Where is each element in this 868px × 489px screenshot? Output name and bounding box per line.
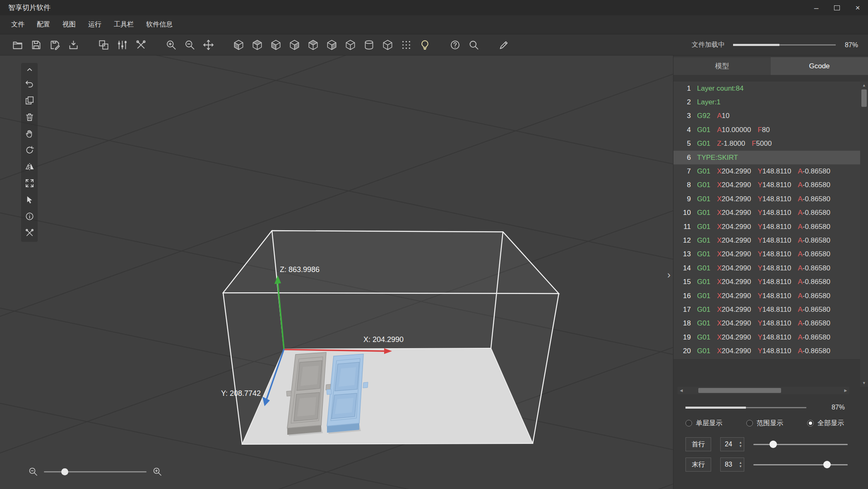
radio-range[interactable]: 范围显示 [746,419,783,428]
open-file-button[interactable] [10,37,25,52]
view-points-button[interactable] [399,37,414,52]
zoom-out-button[interactable] [182,37,197,52]
gcode-line-14[interactable]: 14G01X204.2990Y148.8110A-0.86580 [673,261,861,275]
3d-scene[interactable]: Z: 863.9986 X: 204.2990 Y: 208.7742 [0,55,673,489]
import-file-button[interactable] [66,37,81,52]
scroll-up-button[interactable] [21,64,38,75]
mirror-tool-button[interactable] [21,158,38,175]
duplicate-model-button[interactable] [21,92,38,108]
model-info-button[interactable] [21,208,38,224]
scroll-up-icon[interactable]: ▲ [860,82,868,89]
first-line-slider[interactable] [753,437,848,452]
close-button[interactable]: × [847,0,868,15]
delete-model-button[interactable] [21,108,38,125]
zoom-slider-track[interactable] [44,471,147,472]
gcode-line-1[interactable]: 1Layer count:84 [673,82,861,95]
titlebar[interactable]: 智享切片软件 – × [0,0,868,15]
scroll-right-icon[interactable]: ▶ [842,387,849,394]
scroll-down-icon[interactable]: ▼ [860,380,868,386]
undo-button[interactable] [21,75,38,92]
zoom-in-button[interactable] [164,37,178,52]
rotate-tool-button[interactable] [21,142,38,158]
view-right-button[interactable] [287,37,302,52]
gcode-horizontal-scrollbar[interactable]: ◀ ▶ [678,387,849,394]
first-line-button[interactable]: 首行 [685,437,711,451]
pan-tool-button[interactable] [21,125,38,142]
gcode-progress-track[interactable] [685,407,806,408]
clone-model-button[interactable] [96,37,111,52]
annotate-pen-button[interactable] [496,37,511,52]
gcode-line-4[interactable]: 4G01A10.00000F80 [673,123,861,137]
gcode-line-11[interactable]: 11G01X204.2990Y148.8110A-0.86580 [673,220,861,234]
loading-progress-fill [733,44,779,46]
zoom-in-icon[interactable] [152,467,162,477]
menu-item-toolbar[interactable]: 工具栏 [108,15,140,34]
radio-all[interactable]: 全部显示 [807,419,844,428]
zoom-slider-handle[interactable] [61,468,68,475]
gcode-line-18[interactable]: 18G01X204.2990Y148.8110A-0.86580 [673,317,861,330]
last-line-spinbox[interactable]: 83 ▴▾ [720,458,744,472]
spin-down-icon[interactable]: ▾ [740,444,742,448]
last-line-button[interactable]: 末行 [685,458,711,472]
gcode-line-2[interactable]: 2Layer:1 [673,95,861,109]
select-tool-button[interactable] [21,191,38,208]
view-front-button[interactable] [231,37,246,52]
gcode-line-15[interactable]: 15G01X204.2990Y148.8110A-0.86580 [673,275,861,289]
radio-single-layer[interactable]: 单层显示 [685,419,722,428]
view-bottom-button[interactable] [324,37,339,52]
pan-view-button[interactable] [201,37,216,52]
gcode-line-9[interactable]: 9G01X204.2990Y148.8110A-0.86580 [673,192,861,206]
view-left-button[interactable] [268,37,283,52]
gcode-line-12[interactable]: 12G01X204.2990Y148.8110A-0.86580 [673,234,861,247]
search-button[interactable] [466,37,481,52]
gcode-line-8[interactable]: 8G01X204.2990Y148.8110A-0.86580 [673,178,861,192]
menu-item-file[interactable]: 文件 [5,15,31,34]
menu-item-config[interactable]: 配置 [31,15,56,34]
vertical-scroll-thumb[interactable] [861,89,867,107]
repair-model-button[interactable] [21,224,38,241]
gcode-line-number: 19 [677,333,691,342]
tab-model[interactable]: 模型 [673,57,771,75]
first-line-spinbox[interactable]: 24 ▴▾ [720,437,744,451]
save-file-button[interactable] [29,37,43,52]
gcode-line-6[interactable]: 6TYPE:SKIRT [673,151,861,164]
viewport-3d[interactable]: Z: 863.9986 X: 204.2990 Y: 208.7742 › [0,55,673,489]
help-button[interactable] [447,37,462,52]
minimize-button[interactable]: – [806,0,827,15]
gcode-line-5[interactable]: 5G01Z-1.8000F5000 [673,137,861,151]
menu-item-software-info[interactable]: 软件信息 [140,15,179,34]
panel-collapse-handle[interactable]: › [666,267,672,283]
last-line-slider[interactable] [753,457,848,472]
gcode-line-13[interactable]: 13G01X204.2990Y148.8110A-0.86580 [673,248,861,261]
zoom-out-icon[interactable] [28,467,38,477]
panel-tabs: 模型 Gcode [673,57,868,75]
gcode-line-3[interactable]: 3G92A10 [673,109,861,123]
machine-setup-button[interactable] [133,37,148,52]
gcode-line-16[interactable]: 16G01X204.2990Y148.8110A-0.86580 [673,289,861,303]
first-line-slider-handle[interactable] [769,441,777,448]
toggle-light-button[interactable] [417,37,432,52]
gcode-line-19[interactable]: 19G01X204.2990Y148.8110A-0.86580 [673,330,861,344]
gcode-line-17[interactable]: 17G01X204.2990Y148.8110A-0.86580 [673,303,861,316]
parameter-settings-button[interactable] [115,37,130,52]
view-cylinder-button[interactable] [361,37,376,52]
gcode-line-20[interactable]: 20G01X204.2990Y148.8110A-0.86580 [673,344,861,358]
gcode-line-number: 20 [677,347,691,355]
gcode-line-7[interactable]: 7G01X204.2990Y148.8110A-0.86580 [673,164,861,178]
menu-item-view[interactable]: 视图 [56,15,82,34]
view-iso-button[interactable] [343,37,358,52]
gcode-line-10[interactable]: 10G01X204.2990Y148.8110A-0.86580 [673,206,861,220]
export-file-button[interactable] [47,37,62,52]
view-back-button[interactable] [250,37,264,52]
view-wireframe-button[interactable] [380,37,395,52]
menu-item-run[interactable]: 运行 [82,15,108,34]
scroll-left-icon[interactable]: ◀ [678,387,685,394]
gcode-vertical-scrollbar[interactable]: ▲ ▼ [860,82,868,387]
maximize-button[interactable] [827,0,847,15]
view-top-button[interactable] [305,37,320,52]
tab-gcode[interactable]: Gcode [771,57,868,75]
horizontal-scroll-thumb[interactable] [698,388,781,393]
spin-down-icon[interactable]: ▾ [740,465,742,468]
last-line-slider-handle[interactable] [823,461,831,468]
fit-view-button[interactable] [21,175,38,191]
